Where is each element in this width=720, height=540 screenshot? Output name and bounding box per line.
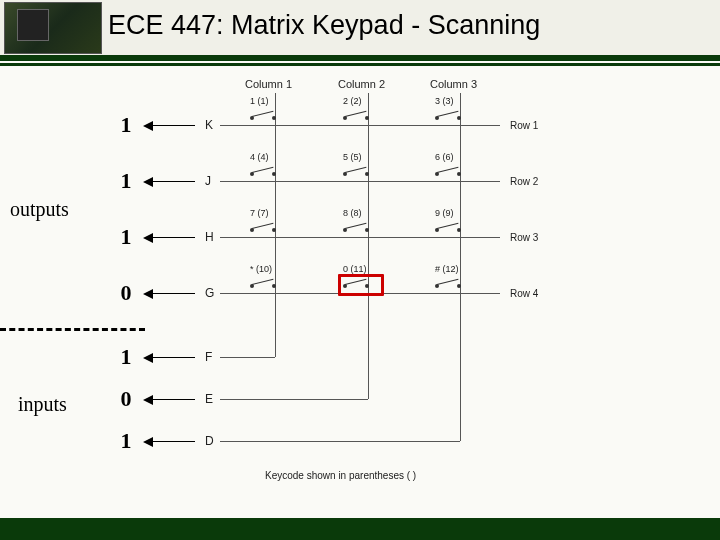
switch-2-1 [250,164,276,176]
key-2-3: 6 (6) [435,152,454,162]
pressed-key-highlight [338,274,384,296]
page-title: ECE 447: Matrix Keypad - Scanning [108,10,540,41]
diagram: outputs inputs Column 1 Column 2 Column … [0,78,720,508]
key-1-3: 3 (3) [435,96,454,106]
bit-row-4: 0 [116,280,136,306]
footer-bar [0,518,720,540]
outputs-label: outputs [10,198,69,221]
header: ECE 447: Matrix Keypad - Scanning [0,0,720,58]
rowlabel-4: Row 4 [510,288,538,299]
wire-row-7 [220,441,460,442]
bit-row-2: 1 [116,168,136,194]
wire-row-1 [220,125,500,126]
arrow-row-2 [145,181,195,182]
bit-row-6: 0 [116,386,136,412]
arrow-row-6 [145,399,195,400]
switch-1-2 [343,108,369,120]
io-divider [0,328,145,331]
wire-row-2 [220,181,500,182]
arrow-row-5 [145,357,195,358]
key-2-2: 5 (5) [343,152,362,162]
pin-row-5: F [205,350,212,364]
rowlabel-2: Row 2 [510,176,538,187]
switch-4-1 [250,276,276,288]
bit-row-5: 1 [116,344,136,370]
bit-row-7: 1 [116,428,136,454]
key-2-1: 4 (4) [250,152,269,162]
switch-3-2 [343,220,369,232]
pin-row-1: K [205,118,213,132]
key-4-1: * (10) [250,264,272,274]
arrow-row-1 [145,125,195,126]
wire-row-5 [220,357,275,358]
pin-row-6: E [205,392,213,406]
wire-col-2 [368,93,369,399]
inputs-label: inputs [18,393,67,416]
rowlabel-1: Row 1 [510,120,538,131]
header-bar-2 [0,63,720,66]
switch-2-3 [435,164,461,176]
wire-row-3 [220,237,500,238]
wire-col-3 [460,93,461,441]
key-3-1: 7 (7) [250,208,269,218]
col-label-1: Column 1 [245,78,292,90]
col-label-2: Column 2 [338,78,385,90]
pin-row-3: H [205,230,214,244]
key-1-2: 2 (2) [343,96,362,106]
wire-row-6 [220,399,368,400]
rowlabel-3: Row 3 [510,232,538,243]
key-1-1: 1 (1) [250,96,269,106]
bit-row-1: 1 [116,112,136,138]
key-4-2: 0 (11) [343,264,367,274]
arrow-row-7 [145,441,195,442]
col-label-3: Column 3 [430,78,477,90]
footer-note: Keycode shown in parentheses ( ) [265,470,416,481]
switch-1-3 [435,108,461,120]
bit-row-3: 1 [116,224,136,250]
key-4-3: # (12) [435,264,459,274]
slide: ECE 447: Matrix Keypad - Scanning output… [0,0,720,540]
switch-3-1 [250,220,276,232]
switch-3-3 [435,220,461,232]
arrow-row-4 [145,293,195,294]
key-3-2: 8 (8) [343,208,362,218]
switch-1-1 [250,108,276,120]
header-bar-1 [0,55,720,61]
key-3-3: 9 (9) [435,208,454,218]
pin-row-2: J [205,174,211,188]
arrow-row-3 [145,237,195,238]
pin-row-7: D [205,434,214,448]
pin-row-4: G [205,286,214,300]
switch-4-3 [435,276,461,288]
switch-2-2 [343,164,369,176]
chip-image [4,2,102,54]
